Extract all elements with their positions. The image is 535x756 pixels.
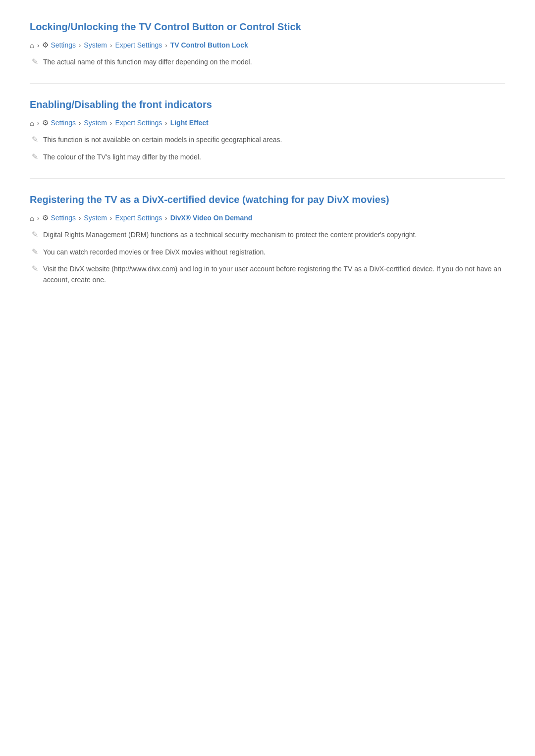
breadcrumb-2-expert: Expert Settings — [115, 119, 162, 127]
breadcrumb-3-settings: Settings — [51, 214, 76, 222]
note-2-1: ✎ This function is not available on cert… — [30, 134, 505, 145]
note-2-2: ✎ The colour of the TV's light may diffe… — [30, 151, 505, 162]
section-2-title: Enabling/Disabling the front indicators — [30, 98, 505, 111]
note-text-2-1: This function is not available on certai… — [43, 134, 282, 145]
note-3-2: ✎ You can watch recorded movies or free … — [30, 247, 505, 257]
breadcrumb-3-expert: Expert Settings — [115, 214, 162, 222]
section-3: Registering the TV as a DivX-certified d… — [30, 193, 505, 286]
arrow-1d: › — [165, 42, 167, 49]
breadcrumb-1: ⌂ › ⚙ Settings › System › Expert Setting… — [30, 41, 505, 50]
note-3-1: ✎ Digital Rights Management (DRM) functi… — [30, 229, 505, 240]
breadcrumb-3-system: System — [84, 214, 107, 222]
breadcrumb-3-final: DivX® Video On Demand — [170, 214, 253, 222]
arrow-3c: › — [110, 214, 112, 222]
arrow-1b: › — [79, 42, 81, 49]
note-icon-3-1: ✎ — [32, 230, 38, 239]
home-icon-3: ⌂ — [30, 214, 34, 222]
breadcrumb-2-final: Light Effect — [170, 119, 209, 127]
divider-1 — [30, 83, 505, 84]
arrow-3b: › — [79, 214, 81, 222]
note-text-3-3: Visit the DivX website (http://www.divx.… — [43, 263, 505, 286]
note-icon-3-3: ✎ — [32, 264, 38, 273]
home-icon-2: ⌂ — [30, 119, 34, 127]
divider-2 — [30, 178, 505, 179]
breadcrumb-1-expert: Expert Settings — [115, 41, 162, 49]
note-text-3-2: You can watch recorded movies or free Di… — [43, 247, 266, 257]
section-2: Enabling/Disabling the front indicators … — [30, 98, 505, 162]
arrow-2c: › — [110, 119, 112, 127]
arrow-3d: › — [165, 214, 167, 222]
home-icon-1: ⌂ — [30, 41, 34, 50]
arrow-1c: › — [110, 42, 112, 49]
gear-icon-3: ⚙ — [42, 213, 49, 222]
arrow-1a: › — [37, 42, 39, 49]
breadcrumb-1-final: TV Control Button Lock — [170, 41, 248, 49]
breadcrumb-1-settings: Settings — [51, 41, 76, 49]
breadcrumb-2-system: System — [84, 119, 107, 127]
breadcrumb-2-settings: Settings — [51, 119, 76, 127]
section-1-title: Locking/Unlocking the TV Control Button … — [30, 20, 505, 34]
arrow-2b: › — [79, 119, 81, 127]
note-1-1: ✎ The actual name of this function may d… — [30, 56, 505, 67]
arrow-3a: › — [37, 214, 39, 222]
note-text-1-1: The actual name of this function may dif… — [43, 56, 252, 67]
breadcrumb-3: ⌂ › ⚙ Settings › System › Expert Setting… — [30, 213, 505, 222]
note-text-2-2: The colour of the TV's light may differ … — [43, 151, 201, 162]
gear-icon-2: ⚙ — [42, 118, 49, 127]
note-icon-2-2: ✎ — [32, 152, 38, 161]
gear-icon-1: ⚙ — [42, 41, 49, 50]
section-1: Locking/Unlocking the TV Control Button … — [30, 20, 505, 67]
note-icon-3-2: ✎ — [32, 247, 38, 256]
note-icon-2-1: ✎ — [32, 135, 38, 144]
note-text-3-1: Digital Rights Management (DRM) function… — [43, 229, 417, 240]
note-icon-1-1: ✎ — [32, 57, 38, 66]
section-3-title: Registering the TV as a DivX-certified d… — [30, 193, 505, 206]
breadcrumb-2: ⌂ › ⚙ Settings › System › Expert Setting… — [30, 118, 505, 127]
note-3-3: ✎ Visit the DivX website (http://www.div… — [30, 263, 505, 286]
arrow-2a: › — [37, 119, 39, 127]
arrow-2d: › — [165, 119, 167, 127]
breadcrumb-1-system: System — [84, 41, 107, 49]
page-content: Locking/Unlocking the TV Control Button … — [30, 20, 505, 286]
